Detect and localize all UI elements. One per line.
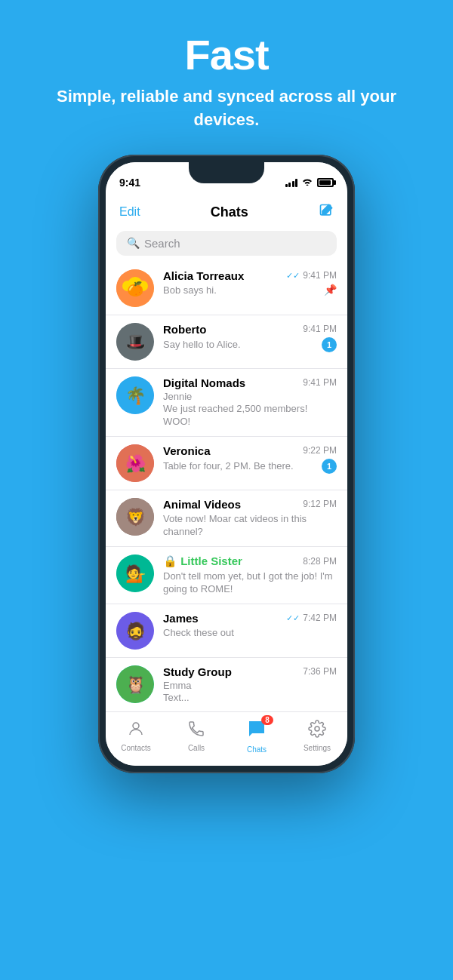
contacts-icon [127,720,145,742]
tab-chats[interactable]: 8 Chats [226,718,287,754]
list-item[interactable]: 🎩 Roberto 9:41 PM Say hello to Alice. 1 [106,315,347,369]
tab-bar: Contacts Calls 8 Chats [106,711,347,766]
chat-header: Digital Nomads 9:41 PM [163,376,337,389]
chat-name: Study Group [163,665,232,678]
avatar: 💁 [116,555,154,592]
chat-name: Veronica [163,444,211,457]
chat-time: 7:36 PM [303,666,337,677]
chat-preview: Say hello to Alice. [163,338,241,352]
chat-time: 9:22 PM [303,445,337,456]
chat-preview: Vote now! Moar cat videos in this channe… [163,512,337,539]
nav-title: Chats [211,204,248,220]
avatar: 🦁 [116,498,154,536]
svg-text:💁: 💁 [125,564,146,584]
lock-icon: 🔒 [163,555,177,567]
chat-content: James ✓✓ 7:42 PM Check these out [163,612,337,640]
chat-time: 9:12 PM [303,499,337,509]
chat-header: Alicia Torreaux ✓✓ 9:41 PM [163,269,337,282]
chat-preview: Check these out [163,626,337,640]
chats-icon: 8 [246,718,267,744]
list-item[interactable]: 🧔 James ✓✓ 7:42 PM Check these out [106,604,347,658]
search-bar[interactable]: 🔍 Search [116,231,337,256]
notch [189,162,264,183]
unread-badge: 1 [322,459,337,474]
chat-name: 🔒 Little Sister [163,555,242,568]
chats-badge: 8 [261,715,273,725]
tab-settings[interactable]: Settings [287,720,347,752]
chat-header: 🔒 Little Sister 8:28 PM [163,555,337,568]
hero-subtitle: Simple, reliable and synced across all y… [30,85,423,132]
chat-preview: Bob says hi. [163,284,217,297]
tab-calls-label: Calls [188,744,205,752]
chat-header: Veronica 9:22 PM [163,444,337,457]
search-placeholder-text: Search [144,237,180,250]
calls-icon [187,720,205,742]
list-item[interactable]: 🦁 Animal Videos 9:12 PM Vote now! Moar c… [106,490,347,547]
chat-header: Roberto 9:41 PM [163,323,337,336]
svg-text:🧔: 🧔 [125,621,146,641]
chat-name: Digital Nomads [163,376,245,389]
chat-content: Alicia Torreaux ✓✓ 9:41 PM Bob says hi. … [163,269,337,297]
chat-preview: Table for four, 2 PM. Be there. [163,459,294,473]
hero-section: Fast Simple, reliable and synced across … [0,0,453,155]
battery-icon [317,178,334,187]
avatar: 🧔 [116,612,154,650]
status-icons [285,177,334,188]
chat-content: Veronica 9:22 PM Table for four, 2 PM. B… [163,444,337,474]
chat-content: Roberto 9:41 PM Say hello to Alice. 1 [163,323,337,352]
tab-contacts-label: Contacts [121,744,150,752]
list-item[interactable]: 🌺 Veronica 9:22 PM Table for four, 2 PM.… [106,437,347,490]
svg-text:🌺: 🌺 [125,453,146,474]
chat-header: Study Group 7:36 PM [163,665,337,678]
chat-list: 🍊 Alicia Torreaux ✓✓ 9:41 PM Bob says hi… [106,262,347,712]
svg-text:🌴: 🌴 [125,386,146,406]
list-item[interactable]: 🦉 Study Group 7:36 PM Emma Text... [106,658,347,712]
wifi-icon [301,177,313,188]
settings-icon [308,720,326,742]
tab-chats-label: Chats [247,745,267,754]
avatar: 🌴 [116,376,154,414]
svg-text:🦁: 🦁 [125,507,146,527]
chat-preview: Text... [163,691,337,705]
status-bar: 9:41 [106,162,347,197]
list-item[interactable]: 🌴 Digital Nomads 9:41 PM Jennie We just … [106,369,347,437]
chat-preview: Don't tell mom yet, but I got the job! I… [163,570,337,596]
chat-time: 8:28 PM [303,556,337,567]
nav-bar: Edit Chats [106,197,347,228]
chat-name: Roberto [163,323,207,336]
chat-time: 9:41 PM [303,324,337,334]
chat-time: 9:41 PM [303,270,337,281]
svg-text:🎩: 🎩 [125,332,146,352]
svg-point-21 [133,723,139,729]
pin-icon: 📌 [324,284,337,296]
double-check-icon: ✓✓ [286,271,300,281]
chat-preview: We just reached 2,500 members! WOO! [163,402,337,429]
list-item[interactable]: 💁 🔒 Little Sister 8:28 PM Don't tell mom… [106,547,347,604]
unread-badge: 1 [322,337,337,352]
chat-sub-sender: Jennie [163,391,337,402]
chat-content: 🔒 Little Sister 8:28 PM Don't tell mom y… [163,555,337,596]
phone-mockup: 9:41 [98,155,355,774]
tab-contacts[interactable]: Contacts [106,720,166,752]
chat-header: James ✓✓ 7:42 PM [163,612,337,625]
nav-edit-button[interactable]: Edit [119,205,140,219]
chat-header: Animal Videos 9:12 PM [163,498,337,511]
chat-content: Digital Nomads 9:41 PM Jennie We just re… [163,376,337,429]
tab-settings-label: Settings [304,744,331,752]
avatar: 🌺 [116,444,154,482]
chat-name: Alicia Torreaux [163,269,244,282]
svg-text:🦉: 🦉 [125,674,146,695]
search-icon: 🔍 [127,237,140,249]
tab-calls[interactable]: Calls [166,720,226,752]
chat-content: Study Group 7:36 PM Emma Text... [163,665,337,705]
signal-bars-icon [285,178,298,187]
svg-point-22 [315,727,319,731]
chat-time: 7:42 PM [303,613,337,623]
avatar: 🍊 [116,269,154,307]
list-item[interactable]: 🍊 Alicia Torreaux ✓✓ 9:41 PM Bob says hi… [106,262,347,315]
avatar: 🎩 [116,323,154,361]
svg-text:🍊: 🍊 [127,281,144,297]
compose-button[interactable] [319,203,334,222]
chat-time: 9:41 PM [303,377,337,388]
chat-name: James [163,612,199,625]
